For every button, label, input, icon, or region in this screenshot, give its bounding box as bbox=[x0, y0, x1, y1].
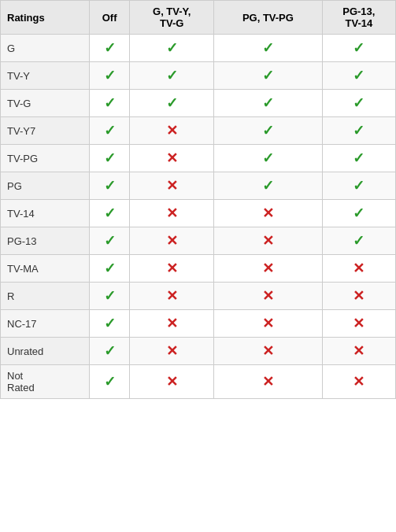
rating-cell: ✕ bbox=[214, 310, 323, 338]
rating-cell: ✓ bbox=[89, 145, 130, 172]
cross-icon: ✕ bbox=[166, 343, 178, 359]
rating-cell: ✓ bbox=[322, 90, 395, 117]
rating-label: PG bbox=[1, 172, 90, 200]
header-g-tvy-tvg: G, TV-Y,TV-G bbox=[130, 1, 214, 35]
table-row: PG-13✓✕✕✓ bbox=[1, 227, 396, 255]
rating-cell: ✓ bbox=[322, 172, 395, 200]
rating-cell: ✓ bbox=[89, 310, 130, 338]
check-icon: ✓ bbox=[353, 233, 365, 249]
cross-icon: ✕ bbox=[353, 374, 365, 390]
cross-icon: ✕ bbox=[166, 150, 178, 166]
check-icon: ✓ bbox=[104, 40, 116, 56]
check-icon: ✓ bbox=[262, 40, 274, 56]
check-icon: ✓ bbox=[262, 95, 274, 111]
rating-cell: ✓ bbox=[130, 62, 214, 90]
check-icon: ✓ bbox=[104, 233, 116, 249]
check-icon: ✓ bbox=[353, 178, 365, 194]
cross-icon: ✕ bbox=[262, 343, 274, 359]
rating-cell: ✕ bbox=[214, 200, 323, 227]
check-icon: ✓ bbox=[104, 260, 116, 276]
table-row: G✓✓✓✓ bbox=[1, 35, 396, 62]
check-icon: ✓ bbox=[166, 95, 178, 111]
table-row: NC-17✓✕✕✕ bbox=[1, 310, 396, 338]
header-off: Off bbox=[89, 1, 130, 35]
rating-label: PG-13 bbox=[1, 227, 90, 255]
rating-cell: ✓ bbox=[322, 145, 395, 172]
rating-label: TV-G bbox=[1, 90, 90, 117]
table-row: TV-PG✓✕✓✓ bbox=[1, 145, 396, 172]
table-row: TV-14✓✕✕✓ bbox=[1, 200, 396, 227]
rating-cell: ✓ bbox=[89, 172, 130, 200]
check-icon: ✓ bbox=[166, 68, 178, 83]
rating-cell: ✕ bbox=[214, 338, 323, 365]
rating-cell: ✕ bbox=[130, 227, 214, 255]
cross-icon: ✕ bbox=[166, 260, 178, 276]
rating-cell: ✕ bbox=[214, 227, 323, 255]
cross-icon: ✕ bbox=[353, 343, 365, 359]
check-icon: ✓ bbox=[104, 95, 116, 111]
rating-cell: ✓ bbox=[214, 117, 323, 145]
cross-icon: ✕ bbox=[262, 233, 274, 249]
check-icon: ✓ bbox=[353, 40, 365, 56]
rating-cell: ✓ bbox=[322, 35, 395, 62]
check-icon: ✓ bbox=[262, 123, 274, 139]
rating-cell: ✓ bbox=[214, 90, 323, 117]
check-icon: ✓ bbox=[104, 123, 116, 139]
rating-cell: ✓ bbox=[322, 200, 395, 227]
rating-cell: ✕ bbox=[130, 283, 214, 310]
cross-icon: ✕ bbox=[262, 374, 274, 390]
rating-cell: ✕ bbox=[130, 338, 214, 365]
table-row: PG✓✕✓✓ bbox=[1, 172, 396, 200]
rating-cell: ✕ bbox=[130, 117, 214, 145]
cross-icon: ✕ bbox=[166, 205, 178, 221]
cross-icon: ✕ bbox=[353, 288, 365, 304]
rating-label: NotRated bbox=[1, 365, 90, 399]
ratings-table: Ratings Off G, TV-Y,TV-G PG, TV-PG PG-13… bbox=[0, 0, 396, 399]
header-pg13-tv14: PG-13,TV-14 bbox=[322, 1, 395, 35]
check-icon: ✓ bbox=[104, 374, 116, 390]
cross-icon: ✕ bbox=[166, 123, 178, 139]
rating-cell: ✕ bbox=[214, 255, 323, 283]
check-icon: ✓ bbox=[262, 178, 274, 194]
table-row: TV-G✓✓✓✓ bbox=[1, 90, 396, 117]
check-icon: ✓ bbox=[262, 68, 274, 83]
rating-cell: ✓ bbox=[214, 145, 323, 172]
rating-cell: ✕ bbox=[130, 310, 214, 338]
check-icon: ✓ bbox=[104, 68, 116, 83]
rating-cell: ✕ bbox=[214, 365, 323, 399]
rating-label: TV-Y bbox=[1, 62, 90, 90]
rating-cell: ✓ bbox=[89, 338, 130, 365]
cross-icon: ✕ bbox=[262, 260, 274, 276]
table-row: NotRated✓✕✕✕ bbox=[1, 365, 396, 399]
rating-cell: ✓ bbox=[130, 35, 214, 62]
check-icon: ✓ bbox=[104, 288, 116, 304]
check-icon: ✓ bbox=[166, 40, 178, 56]
rating-cell: ✕ bbox=[214, 283, 323, 310]
rating-cell: ✓ bbox=[214, 62, 323, 90]
check-icon: ✓ bbox=[104, 150, 116, 166]
rating-cell: ✕ bbox=[322, 283, 395, 310]
check-icon: ✓ bbox=[353, 68, 365, 83]
rating-label: TV-PG bbox=[1, 145, 90, 172]
rating-cell: ✓ bbox=[214, 172, 323, 200]
check-icon: ✓ bbox=[353, 205, 365, 221]
check-icon: ✓ bbox=[353, 123, 365, 139]
rating-label: NC-17 bbox=[1, 310, 90, 338]
check-icon: ✓ bbox=[104, 316, 116, 331]
rating-cell: ✓ bbox=[89, 227, 130, 255]
rating-cell: ✓ bbox=[89, 200, 130, 227]
table-row: TV-MA✓✕✕✕ bbox=[1, 255, 396, 283]
rating-cell: ✓ bbox=[322, 117, 395, 145]
cross-icon: ✕ bbox=[262, 205, 274, 221]
cross-icon: ✕ bbox=[166, 288, 178, 304]
rating-label: TV-Y7 bbox=[1, 117, 90, 145]
rating-label: G bbox=[1, 35, 90, 62]
cross-icon: ✕ bbox=[353, 316, 365, 331]
cross-icon: ✕ bbox=[166, 178, 178, 194]
rating-label: TV-14 bbox=[1, 200, 90, 227]
table-row: R✓✕✕✕ bbox=[1, 283, 396, 310]
rating-cell: ✕ bbox=[130, 365, 214, 399]
rating-cell: ✕ bbox=[322, 255, 395, 283]
table-row: Unrated✓✕✕✕ bbox=[1, 338, 396, 365]
check-icon: ✓ bbox=[104, 205, 116, 221]
